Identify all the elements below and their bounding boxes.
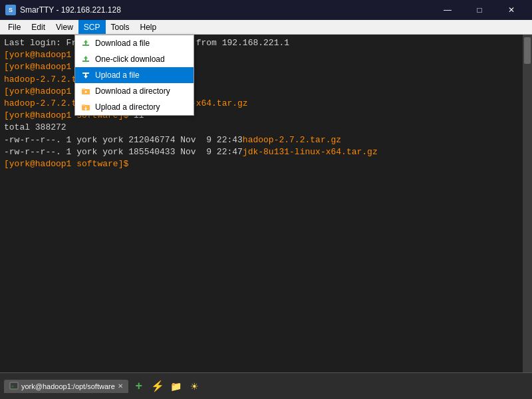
download-file-icon: [80, 38, 91, 49]
dropdown-download-file[interactable]: Download a file: [75, 35, 194, 51]
vertical-scrollbar[interactable]: [523, 35, 532, 372]
svg-rect-8: [85, 74, 86, 76]
app-icon: S: [5, 5, 16, 15]
upload-file-icon: [80, 70, 91, 80]
terminal-prompt: [york@hadoop1 software]$: [4, 158, 128, 170]
menu-edit[interactable]: Edit: [26, 20, 51, 34]
settings-button[interactable]: ☀: [187, 378, 203, 394]
window-controls: — □ ✕: [432, 0, 527, 20]
terminal-tab-icon: >_: [9, 382, 19, 391]
dropdown-upload-file[interactable]: Upload a file: [75, 67, 194, 83]
svg-rect-0: [82, 45, 89, 46]
quick-connect-button[interactable]: ⚡: [150, 378, 166, 394]
tab-bar: >_ york@hadoop1:/opt/software ✕ + ⚡ 📁 ☀: [0, 372, 532, 399]
download-dir-icon: [80, 86, 91, 96]
svg-rect-12: [86, 92, 86, 93]
oneclick-download-icon: [80, 54, 91, 65]
menu-bar: File Edit View SCP Tools Help Download a…: [0, 20, 532, 35]
upload-file-label: Upload a file: [95, 70, 140, 80]
new-tab-button[interactable]: +: [131, 378, 147, 394]
upload-dir-icon: [80, 102, 91, 112]
terminal-tab[interactable]: >_ york@hadoop1:/opt/software ✕: [4, 380, 128, 393]
maximize-button[interactable]: □: [464, 0, 495, 20]
dropdown-download-directory[interactable]: Download a directory: [75, 83, 194, 99]
menu-file[interactable]: File: [3, 20, 26, 34]
menu-view[interactable]: View: [51, 20, 78, 34]
window-title: SmarTTY - 192.168.221.128: [20, 5, 121, 15]
title-bar: S SmarTTY - 192.168.221.128 — □ ✕: [0, 0, 532, 20]
svg-rect-5: [85, 58, 86, 61]
close-button[interactable]: ✕: [496, 0, 527, 20]
tab-label: york@hadoop1:/opt/software: [21, 382, 115, 390]
svg-rect-16: [86, 106, 86, 108]
oneclick-download-label: One-click download: [95, 55, 165, 64]
dropdown-oneclick-download[interactable]: One-click download: [75, 51, 194, 67]
svg-rect-6: [82, 72, 89, 74]
terminal-filename: hadoop-2.7.2.tar.gz: [243, 134, 341, 146]
menu-scp[interactable]: SCP: [78, 20, 106, 34]
svg-rect-14: [82, 104, 85, 106]
terminal-line-8: total 388272: [4, 122, 519, 134]
tab-close-button[interactable]: ✕: [118, 382, 123, 390]
terminal-line-11: [york@hadoop1 software]$: [4, 158, 519, 170]
menu-tools[interactable]: Tools: [106, 20, 135, 34]
terminal-line-10: -rw-r--r--. 1 york york 185540433 Nov 9 …: [4, 146, 519, 158]
download-dir-label: Download a directory: [95, 86, 170, 96]
svg-rect-3: [82, 61, 89, 62]
terminal-output: -rw-r--r--. 1 york york 185540433 Nov 9 …: [4, 146, 243, 158]
title-bar-left: S SmarTTY - 192.168.221.128: [5, 5, 121, 15]
terminal-output: total 388272: [4, 122, 66, 134]
download-file-label: Download a file: [95, 39, 150, 48]
open-folder-button[interactable]: 📁: [168, 378, 184, 394]
menu-help[interactable]: Help: [135, 20, 162, 34]
upload-dir-label: Upload a directory: [95, 102, 160, 112]
dropdown-upload-directory[interactable]: Upload a directory: [75, 99, 194, 115]
scp-dropdown: Download a file One-click download Upl: [74, 35, 194, 116]
scrollbar-thumb[interactable]: [524, 37, 531, 64]
terminal-line-9: -rw-r--r--. 1 york york 212046774 Nov 9 …: [4, 134, 519, 146]
minimize-button[interactable]: —: [432, 0, 463, 20]
svg-rect-10: [82, 88, 85, 90]
svg-text:>_: >_: [11, 384, 17, 389]
terminal-filename: jdk-8u131-linux-x64.tar.gz: [243, 146, 378, 158]
terminal-output: -rw-r--r--. 1 york york 212046774 Nov 9 …: [4, 134, 243, 146]
svg-rect-2: [85, 42, 86, 45]
